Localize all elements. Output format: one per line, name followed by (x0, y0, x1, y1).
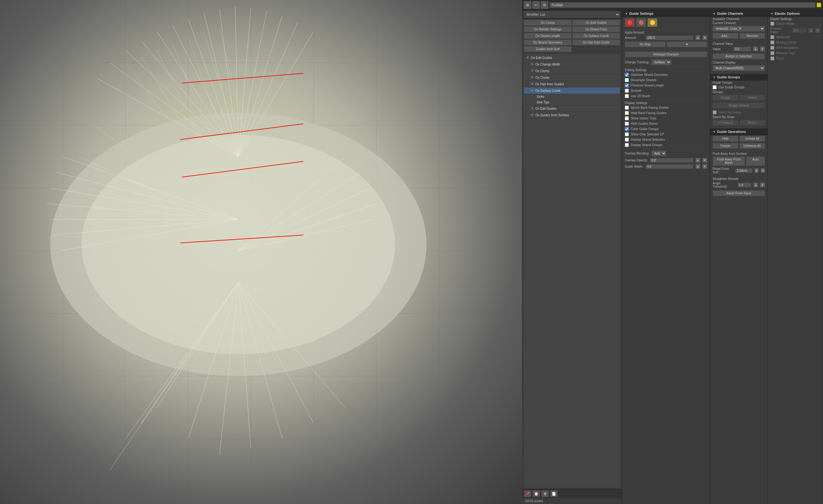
mod-btn-ox-edit-guides[interactable]: Ox Edit Guides (572, 20, 620, 26)
mod-btn-ox-clump[interactable]: Ox Clump (524, 20, 572, 26)
toolbar-icon-2[interactable]: ↩ (532, 1, 540, 9)
retarget-btn[interactable]: Retarget Changes (625, 51, 707, 57)
check-optimize-input[interactable] (625, 73, 629, 77)
mod-btn-guides-from-surf[interactable]: Guides from Surf (524, 46, 572, 52)
assign-unique-btn[interactable]: Assign Unique (712, 102, 765, 108)
push-away-mesh-btn[interactable]: Push Away From Mesh (712, 157, 745, 166)
poisson-spinner-up[interactable]: ▲ (808, 28, 813, 33)
multiscale-input[interactable] (770, 35, 774, 39)
eye-icon-4[interactable]: 👁 (530, 82, 534, 86)
guide-icon-brown[interactable]: 🟤 (636, 18, 646, 27)
no-map-dropdown[interactable]: ▼ (667, 41, 707, 47)
modifier-list-select[interactable]: Modifier List (524, 11, 620, 18)
check-smooth-input[interactable] (625, 89, 629, 93)
width-spinner-up[interactable]: ▲ (695, 164, 700, 169)
check-hide-back-input[interactable] (625, 111, 629, 115)
angle-input[interactable] (737, 183, 752, 188)
check-display-strand-sel-input[interactable] (625, 138, 629, 142)
stack-item-3[interactable]: 👁 Ox Clump (524, 74, 620, 81)
elastic-mode-input[interactable] (770, 22, 774, 26)
stack-item-9[interactable]: 👁 Ox Guides from Surface (524, 112, 620, 118)
use-guide-groups-input[interactable] (712, 85, 717, 89)
unhide-all-btn[interactable]: Unhide All (739, 136, 765, 142)
eye-icon-0[interactable]: 👁 (526, 55, 530, 60)
add-channel-btn[interactable]: Add... (712, 33, 738, 39)
stack-item-6[interactable]: Sinks (524, 94, 620, 100)
opacity-spinner-down[interactable]: ▼ (702, 158, 707, 163)
channel-display-select[interactable]: Multi-Channel(RGB) (712, 65, 765, 71)
stack-item-8[interactable]: 👁 Ox Edit Guides (524, 105, 620, 112)
mod-btn-ox-hair-from-guide[interactable]: Ox Hair from Guide (572, 39, 620, 45)
check-hide-gizmo-input[interactable] (625, 121, 629, 126)
check-display-strand-groups-input[interactable] (625, 143, 629, 147)
eye-icon-5[interactable]: 👁 (530, 88, 534, 93)
ch-spinner-down[interactable]: ▼ (760, 46, 765, 51)
assign-to-selection-btn[interactable]: Assign to Selection (712, 53, 765, 59)
unfreeze-all-btn[interactable]: Unfreeze All (739, 143, 765, 149)
next-btn[interactable]: Next > (739, 120, 765, 126)
hide-btn[interactable]: Hide (712, 136, 738, 142)
angle-spinner-up[interactable]: ▲ (754, 183, 759, 188)
stack-item-7[interactable]: Sink Tips (524, 100, 620, 105)
eye-icon-1[interactable]: 👁 (530, 62, 534, 66)
mod-btn-ox-strand-symmetry[interactable]: Ox Strand Symmetry (524, 39, 572, 45)
stack-item-1[interactable]: 👁 Ox Change Width (524, 61, 620, 68)
freeze-btn[interactable]: Freeze (712, 143, 738, 149)
ch-value-input[interactable] (733, 47, 751, 51)
check-vertex-ticks-input[interactable] (625, 116, 629, 120)
eye-icon-8[interactable]: 👁 (530, 106, 534, 110)
prev-btn[interactable]: < Previous (712, 120, 738, 126)
check-color-groups-input[interactable] (625, 127, 629, 131)
mod-btn-ox-strand-length[interactable]: Ox Strand Length (524, 33, 572, 39)
stack-item-0[interactable]: 👁 Ox Edit Guides (524, 54, 620, 61)
rx4-input[interactable] (770, 46, 774, 50)
repel-spinner-up[interactable]: ▲ (754, 168, 759, 173)
change-tracking-select[interactable]: Surface (651, 59, 671, 65)
check-2d-brush-input[interactable] (625, 94, 629, 98)
amount-spinner-up[interactable]: ▲ (695, 35, 700, 40)
overlay-blending-select[interactable]: Add (651, 151, 666, 157)
select-by-group-input[interactable] (712, 110, 717, 114)
select-btn[interactable]: Select (739, 95, 765, 100)
stack-tool-copy[interactable]: 📋 (532, 490, 540, 497)
guide-icon-red[interactable]: 🔴 (625, 18, 635, 27)
pinch-input[interactable] (770, 56, 774, 60)
stack-item-2[interactable]: 👁 Ox Clump (524, 68, 620, 74)
mod-btn-ox-render-settings[interactable]: Ox Render Settings (524, 26, 572, 32)
poisson-input[interactable] (792, 28, 806, 33)
opacity-spinner-up[interactable]: ▲ (695, 158, 700, 163)
ch-spinner-up[interactable]: ▲ (753, 46, 758, 51)
push-auto-btn[interactable]: Auto (746, 157, 765, 166)
remove-channel-btn[interactable]: Remove (739, 33, 765, 39)
current-channel-select[interactable]: Vertex(0): Color_R (712, 26, 765, 32)
moving-center-input[interactable] (770, 40, 774, 44)
adopt-from-stack-btn[interactable]: Adopt From Stack (712, 190, 765, 196)
stack-item-5[interactable]: 👁 Ox Surface Comb (524, 87, 620, 94)
check-show-only-selected-input[interactable] (625, 132, 629, 136)
eye-icon-3[interactable]: 👁 (530, 75, 534, 80)
angle-spinner-down[interactable]: ▼ (760, 183, 765, 188)
toolbar-icon-3[interactable]: ⚙ (541, 1, 548, 9)
stack-item-4[interactable]: 👁 Ox Hair from Guides (524, 81, 620, 87)
stack-tool-delete[interactable]: 🗑 (541, 490, 549, 497)
toolbar-icon-1[interactable]: ⊞ (524, 1, 531, 9)
check-ignore-back-input[interactable] (625, 105, 629, 110)
overlay-opacity-input[interactable] (650, 158, 693, 163)
repel-input[interactable] (735, 168, 753, 173)
guide-icon-yellow[interactable]: 🟡 (647, 18, 657, 27)
amount-input[interactable] (646, 35, 693, 40)
amount-spinner-down[interactable]: ▼ (702, 35, 707, 40)
eye-icon-2[interactable]: 👁 (530, 69, 534, 73)
check-preserve-input[interactable] (625, 83, 629, 87)
object-name-input[interactable] (549, 2, 815, 8)
stack-tool-pin[interactable]: 📌 (524, 490, 531, 497)
assign-btn2[interactable]: Assign (712, 95, 738, 100)
mod-btn-ox-strand-frizz[interactable]: Ox Strand Frizz (572, 26, 620, 32)
guide-width-input[interactable] (646, 164, 693, 169)
reverse-sign-input[interactable] (770, 51, 774, 55)
poisson-spinner-down[interactable]: ▼ (815, 28, 820, 33)
repel-spinner-down[interactable]: ▼ (761, 168, 765, 173)
no-map-btn[interactable]: No Map (625, 41, 666, 47)
stack-tool-list[interactable]: 📄 (550, 490, 558, 497)
width-spinner-down[interactable]: ▼ (702, 164, 707, 169)
